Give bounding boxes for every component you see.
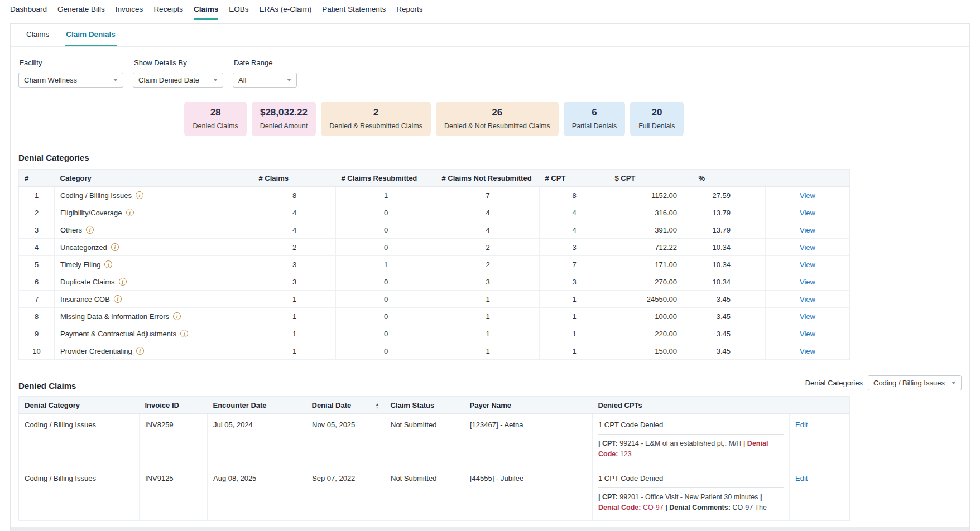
filters-bar: Facility Charm Wellness Show Details By … xyxy=(11,47,969,88)
stat-label: Denied & Not Resubmitted Claims xyxy=(444,122,550,130)
cell-claims-not-resubmitted: 2 xyxy=(436,239,540,256)
view-link[interactable]: View xyxy=(800,226,815,234)
cell-row-number: 5 xyxy=(19,256,55,273)
cell-encounter-date: Aug 08, 2025 xyxy=(208,467,306,520)
facility-select[interactable]: Charm Wellness xyxy=(18,73,123,88)
nav-item-patient-statements[interactable]: Patient Statements xyxy=(322,5,386,18)
cell-cpt-count: 3 xyxy=(540,273,609,291)
stat-label: Full Denials xyxy=(638,122,675,130)
cell-percent: 13.79 xyxy=(693,221,766,239)
tab-claims[interactable]: Claims xyxy=(25,24,50,46)
chevron-down-icon xyxy=(287,79,291,81)
sort-icon[interactable]: ▲▼ xyxy=(376,403,379,409)
category-name: Payment & Contractual Adjustmentsi xyxy=(60,330,188,338)
cell-percent: 3.45 xyxy=(693,342,766,360)
cpt-denial-detail: | CPT: 99201 - Office Visit - New Patien… xyxy=(598,487,784,514)
column-header-encounter-date[interactable]: Encounter Date xyxy=(208,397,306,414)
show-details-by-select[interactable]: Claim Denied Date xyxy=(133,73,223,88)
tab-claim-denials[interactable]: Claim Denials xyxy=(65,24,117,46)
cell-view: View xyxy=(766,204,850,221)
column-header-invoice-id[interactable]: Invoice ID xyxy=(140,397,208,414)
cell-cpt-amount: 391.00 xyxy=(609,221,693,239)
nav-item-reports[interactable]: Reports xyxy=(396,5,422,18)
cell-view: View xyxy=(766,273,850,291)
cell-claim-status: Not Submitted xyxy=(385,467,464,520)
info-icon[interactable]: i xyxy=(136,191,143,199)
column-header-payer-name[interactable]: Payer Name xyxy=(464,397,593,414)
info-icon[interactable]: i xyxy=(173,312,181,320)
cell-claims: 4 xyxy=(253,221,336,239)
cell-invoice-id: INV8259 xyxy=(140,414,208,467)
cell-claims-resubmitted: 0 xyxy=(336,221,436,239)
cpt-denial-detail: | CPT: 99214 - E&M of an established pt,… xyxy=(598,434,784,460)
nav-item-receipts[interactable]: Receipts xyxy=(153,5,183,18)
view-link[interactable]: View xyxy=(800,295,815,303)
cell-row-number: 2 xyxy=(19,204,55,221)
column-header-denial-category[interactable]: Denial Category xyxy=(19,397,140,414)
view-link[interactable]: View xyxy=(800,243,815,252)
table-row: 10Provider Credentialingi1011150.003.45V… xyxy=(19,342,850,360)
cell-row-number: 6 xyxy=(19,273,55,291)
cell-payer-name: [123467] - Aetna xyxy=(464,414,593,467)
stat-value: 6 xyxy=(572,107,617,118)
column-header-denial-date[interactable]: Denial Date▲▼ xyxy=(306,397,385,414)
nav-item-eobs[interactable]: EOBs xyxy=(229,5,248,18)
cell-cpt-count: 1 xyxy=(540,291,609,308)
info-icon[interactable]: i xyxy=(111,243,119,251)
cell-view: View xyxy=(766,256,850,273)
view-link[interactable]: View xyxy=(800,347,815,355)
info-icon[interactable]: i xyxy=(119,278,127,286)
cell-category: Othersi xyxy=(55,221,253,239)
cell-payer-name: [44555] - Jubilee xyxy=(464,467,593,520)
column-header-label: Claim Status xyxy=(391,401,435,409)
nav-item-eras-e-claim[interactable]: ERAs (e-Claim) xyxy=(259,5,311,18)
cell-cpt-amount: 316.00 xyxy=(609,204,693,221)
date-range-select[interactable]: All xyxy=(233,73,297,88)
cell-denial-date: Nov 05, 2025 xyxy=(306,414,385,467)
date-range-filter-group: Date Range All xyxy=(233,54,297,88)
cell-view: View xyxy=(766,325,850,342)
cell-row-number: 7 xyxy=(19,291,55,308)
view-link[interactable]: View xyxy=(800,260,815,269)
info-icon[interactable]: i xyxy=(86,226,94,234)
column-header-blank: # xyxy=(19,170,55,187)
edit-link[interactable]: Edit xyxy=(795,421,808,429)
cell-claims: 2 xyxy=(253,239,336,256)
view-link[interactable]: View xyxy=(800,312,815,321)
cell-cpt-amount: 171.00 xyxy=(609,256,693,273)
view-link[interactable]: View xyxy=(800,209,815,217)
cell-cpt-count: 1 xyxy=(540,342,609,360)
view-link[interactable]: View xyxy=(800,278,815,286)
cell-claims-resubmitted: 0 xyxy=(336,342,436,360)
top-navigation: DashboardGenerate BillsInvoicesReceiptsC… xyxy=(0,0,980,22)
stat-value: 26 xyxy=(444,107,550,118)
view-link[interactable]: View xyxy=(800,191,815,200)
summary-stat-cards: 28Denied Claims$28,032.22Denied Amount2D… xyxy=(18,102,849,136)
cell-percent: 10.34 xyxy=(693,239,766,256)
cell-percent: 3.45 xyxy=(693,308,766,325)
info-icon[interactable]: i xyxy=(136,347,144,355)
edit-link[interactable]: Edit xyxy=(795,474,808,482)
cell-row-number: 3 xyxy=(19,221,55,239)
column-header-claim-status[interactable]: Claim Status xyxy=(385,397,464,414)
cell-category: Coding / Billing Issuesi xyxy=(55,187,253,204)
cell-cpt-count: 4 xyxy=(540,204,609,221)
info-icon[interactable]: i xyxy=(114,295,122,303)
cell-claims-resubmitted: 1 xyxy=(336,187,436,204)
nav-item-invoices[interactable]: Invoices xyxy=(116,5,143,18)
nav-item-claims[interactable]: Claims xyxy=(194,5,218,20)
cell-claims-not-resubmitted: 1 xyxy=(436,291,540,308)
cell-row-number: 10 xyxy=(19,342,55,360)
info-icon[interactable]: i xyxy=(180,330,188,337)
info-icon[interactable]: i xyxy=(126,209,134,216)
nav-item-generate-bills[interactable]: Generate Bills xyxy=(57,5,105,18)
table-row: 8Missing Data & Information Errorsi10111… xyxy=(19,308,850,325)
cell-category: Timely Filingi xyxy=(55,256,253,273)
view-link[interactable]: View xyxy=(800,330,815,338)
column-header-denied-cpts[interactable]: Denied CPTs xyxy=(593,397,790,414)
info-icon[interactable]: i xyxy=(104,260,112,268)
horizontal-scrollbar[interactable] xyxy=(11,527,969,531)
column-header-label: Payer Name xyxy=(470,401,511,409)
denial-categories-filter-select[interactable]: Coding / Billing Issues xyxy=(868,375,962,390)
nav-item-dashboard[interactable]: Dashboard xyxy=(10,5,47,18)
